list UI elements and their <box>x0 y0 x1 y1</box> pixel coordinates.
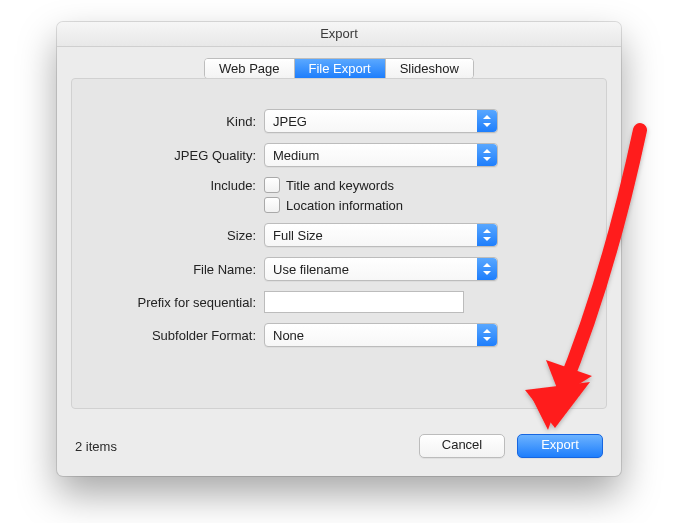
include-location-label: Location information <box>286 198 403 213</box>
size-value: Full Size <box>273 228 323 243</box>
dropdown-arrows-icon <box>477 324 497 346</box>
checkbox-icon <box>264 177 280 193</box>
subfolder-value: None <box>273 328 304 343</box>
dialog-footer: 2 items Cancel Export <box>75 432 603 460</box>
include-label: Include: <box>106 178 264 193</box>
kind-label: Kind: <box>106 114 264 129</box>
subfolder-label: Subfolder Format: <box>106 328 264 343</box>
tab-bar: Web Page File Export Slideshow <box>57 58 621 79</box>
kind-select[interactable]: JPEG <box>264 109 498 133</box>
subfolder-select[interactable]: None <box>264 323 498 347</box>
quality-label: JPEG Quality: <box>106 148 264 163</box>
item-count-label: 2 items <box>75 439 407 454</box>
kind-value: JPEG <box>273 114 307 129</box>
filename-value: Use filename <box>273 262 349 277</box>
prefix-input[interactable] <box>264 291 464 313</box>
include-location-checkbox[interactable]: Location information <box>264 197 572 213</box>
dropdown-arrows-icon <box>477 224 497 246</box>
tab-file-export[interactable]: File Export <box>294 59 385 78</box>
export-dialog: Export Web Page File Export Slideshow Ki… <box>57 22 621 476</box>
include-title-keywords-label: Title and keywords <box>286 178 394 193</box>
export-button[interactable]: Export <box>517 434 603 458</box>
dropdown-arrows-icon <box>477 258 497 280</box>
size-label: Size: <box>106 228 264 243</box>
filename-label: File Name: <box>106 262 264 277</box>
dropdown-arrows-icon <box>477 144 497 166</box>
quality-select[interactable]: Medium <box>264 143 498 167</box>
prefix-label: Prefix for sequential: <box>106 295 264 310</box>
window-title: Export <box>57 22 621 47</box>
options-pane: Kind: JPEG JPEG Quality: Medium <box>71 78 607 409</box>
tab-web-page[interactable]: Web Page <box>205 59 293 78</box>
filename-select[interactable]: Use filename <box>264 257 498 281</box>
tab-slideshow[interactable]: Slideshow <box>385 59 473 78</box>
size-select[interactable]: Full Size <box>264 223 498 247</box>
checkbox-icon <box>264 197 280 213</box>
quality-value: Medium <box>273 148 319 163</box>
cancel-button[interactable]: Cancel <box>419 434 505 458</box>
include-title-keywords-checkbox[interactable]: Title and keywords <box>264 177 572 193</box>
dropdown-arrows-icon <box>477 110 497 132</box>
